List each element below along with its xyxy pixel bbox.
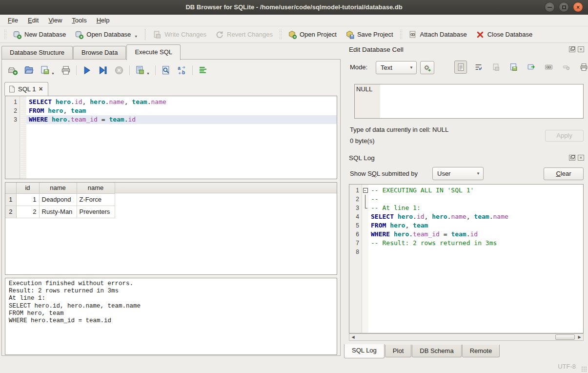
dock-tab-db-schema[interactable]: DB Schema <box>412 345 461 357</box>
open-sql-tab-icon[interactable] <box>8 65 18 75</box>
close-panel-icon[interactable]: × <box>578 46 584 52</box>
format-sql-icon[interactable] <box>198 65 208 75</box>
menu-edit[interactable]: Edit <box>23 15 43 26</box>
save-sql-dropdown-icon[interactable]: ▼ <box>51 72 55 76</box>
open-database-button[interactable]: Open Database ▼ <box>70 28 142 41</box>
scroll-track[interactable] <box>357 334 576 340</box>
set-default-mode-button[interactable] <box>420 61 434 74</box>
menu-tools[interactable]: Tools <box>67 15 91 26</box>
close-panel-icon[interactable]: × <box>578 155 584 161</box>
attach-database-button[interactable]: Attach Database <box>404 28 471 41</box>
toolbar-handle[interactable] <box>279 29 282 40</box>
execute-all-icon[interactable] <box>82 65 92 75</box>
menu-help[interactable]: Help <box>92 15 115 26</box>
open-project-button[interactable]: Open Project <box>284 28 341 41</box>
write-changes-button[interactable]: Write Changes <box>148 28 211 41</box>
text-mode-icon[interactable] <box>454 61 467 74</box>
open-sql-file-icon[interactable] <box>24 65 34 75</box>
line-number: 8 <box>349 248 359 256</box>
fold-marker-icon[interactable] <box>362 186 368 195</box>
menu-view[interactable]: View <box>43 15 67 26</box>
save-results-dropdown-icon[interactable]: ▼ <box>146 72 150 76</box>
titlebar[interactable]: DB Browser for SQLite - /home/user/code/… <box>0 0 588 15</box>
log-horizontal-scrollbar[interactable]: ◀ ▶ <box>349 333 584 341</box>
print-cell-icon[interactable] <box>577 61 588 74</box>
toolbar-handle[interactable] <box>400 29 402 40</box>
save-as-new-icon[interactable] <box>525 61 537 74</box>
column-header[interactable]: id <box>16 183 39 193</box>
tab-browse-data[interactable]: Browse Data <box>73 46 126 60</box>
mode-select[interactable]: Text ▼ <box>376 61 417 74</box>
editor-results-splitter[interactable] <box>2 179 340 182</box>
cell-value-editor[interactable]: NULL <box>354 84 584 119</box>
float-panel-icon[interactable] <box>569 155 575 161</box>
save-results-icon[interactable] <box>135 65 145 75</box>
cell-value-area[interactable] <box>380 84 583 118</box>
dock-tab-remote[interactable]: Remote <box>462 345 500 357</box>
code-line: -- EXECUTING ALL IN 'SQL 1' <box>368 186 583 195</box>
row-header[interactable]: 2 <box>5 206 16 218</box>
new-database-button[interactable]: New Database <box>8 28 70 41</box>
table-cell[interactable]: Z-Force <box>77 193 115 206</box>
word-wrap-icon[interactable] <box>472 61 485 74</box>
maximize-icon[interactable] <box>559 2 569 12</box>
table-cell[interactable]: Preventers <box>77 206 115 218</box>
save-project-button[interactable]: Save Project <box>341 28 398 41</box>
table-cell[interactable]: Deadpond <box>39 193 77 206</box>
table-cell[interactable]: Rusty-Man <box>39 206 77 218</box>
results-corner-header[interactable] <box>5 183 16 193</box>
open-database-dropdown-icon[interactable]: ▼ <box>134 35 138 39</box>
save-sql-file-icon[interactable] <box>40 65 50 75</box>
menu-file[interactable]: File <box>3 15 23 26</box>
clear-log-button[interactable]: Clear <box>544 167 584 180</box>
write-changes-icon <box>153 30 162 39</box>
tab-execute-sql[interactable]: Execute SQL <box>126 44 181 60</box>
log-filter-select[interactable]: User ▼ <box>432 167 484 180</box>
scroll-right-icon[interactable]: ▶ <box>576 334 583 340</box>
dock-tab-sql-log[interactable]: SQL Log <box>344 344 385 358</box>
encoding-indicator[interactable]: UTF-8 <box>558 363 576 370</box>
dock-tab-plot[interactable]: Plot <box>385 345 411 357</box>
results-table[interactable]: idnamename 11DeadpondZ-Force22Rusty-ManP… <box>5 183 115 218</box>
import-cell-data-icon[interactable] <box>489 61 502 74</box>
revert-changes-label: Revert Changes <box>227 31 273 38</box>
table-row[interactable]: 22Rusty-ManPreventers <box>5 206 115 218</box>
close-database-button[interactable]: Close Database <box>471 28 537 41</box>
set-null-icon[interactable] <box>560 61 572 74</box>
minimize-icon[interactable] <box>545 2 555 12</box>
tab-database-structure[interactable]: Database Structure <box>1 46 73 60</box>
export-cell-data-icon[interactable] <box>507 61 520 74</box>
log-fold-margin[interactable] <box>362 185 368 333</box>
main-toolbar: New Database Open Database ▼ Write Chang… <box>0 26 588 43</box>
close-database-icon <box>476 30 485 39</box>
row-header[interactable]: 1 <box>5 193 16 206</box>
fold-marker-icon <box>362 204 368 212</box>
apply-button[interactable]: Apply <box>545 130 584 142</box>
column-header[interactable]: name <box>39 183 77 193</box>
sql-tabbar: SQL 1 × <box>4 82 48 96</box>
line-number: 2 <box>5 106 17 115</box>
scroll-left-icon[interactable]: ◀ <box>349 334 357 340</box>
toolbar-handle[interactable] <box>4 29 6 40</box>
revert-changes-icon <box>215 30 224 39</box>
sql-editor[interactable]: 123 SELECT hero.id, hero.name, team.name… <box>5 96 337 179</box>
scroll-thumb[interactable] <box>555 334 575 340</box>
table-cell[interactable]: 1 <box>16 193 39 206</box>
sql-editor-text[interactable]: SELECT hero.id, hero.name, team.nameFROM… <box>26 96 337 179</box>
sql-toolbar-separator <box>76 65 77 75</box>
stop-execution-icon[interactable] <box>114 65 124 75</box>
close-icon[interactable]: × <box>573 2 583 12</box>
table-cell[interactable]: 2 <box>16 206 39 218</box>
sql-tab-close-icon[interactable]: × <box>39 86 42 92</box>
column-header[interactable]: name <box>77 183 115 193</box>
revert-changes-button[interactable]: Revert Changes <box>211 28 277 41</box>
float-panel-icon[interactable] <box>569 46 575 52</box>
open-in-external-icon[interactable] <box>542 61 555 74</box>
resize-grip-icon[interactable] <box>581 366 587 372</box>
sql-1-tab[interactable]: SQL 1 × <box>4 82 48 96</box>
execute-line-icon[interactable] <box>98 65 108 75</box>
print-sql-icon[interactable] <box>61 65 71 75</box>
find-icon[interactable] <box>161 65 171 75</box>
table-row[interactable]: 11DeadpondZ-Force <box>5 193 115 206</box>
find-replace-icon[interactable]: ab <box>177 65 187 75</box>
